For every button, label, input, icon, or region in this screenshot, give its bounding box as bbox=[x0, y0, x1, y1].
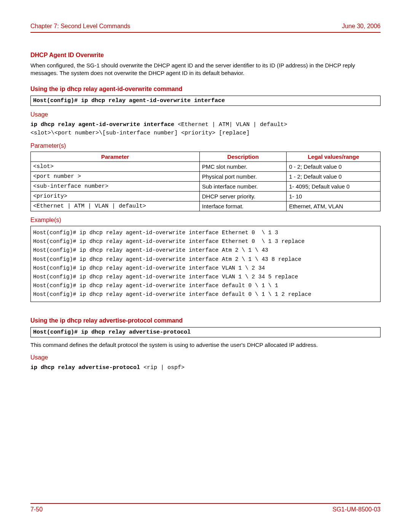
table-row: <slot> PMC slot number. 0 - 2; Default v… bbox=[31, 162, 381, 172]
param-name: <slot> bbox=[31, 162, 200, 172]
usage-rest-1b: <slot>\<port number>\[sub-interface numb… bbox=[30, 130, 250, 136]
table-row: <port number > Physical port number. 1 -… bbox=[31, 172, 381, 182]
usage-text-2: ip dhcp relay advertise-protocol <rip | … bbox=[30, 363, 381, 372]
usage-bold-1: ip dhcp relay agent-id-overwrite interfa… bbox=[30, 121, 178, 128]
param-desc: DHCP server priority. bbox=[199, 192, 287, 201]
param-name: <sub-interface number> bbox=[31, 182, 200, 192]
table-row: <priority> DHCP server priority. 1- 10 bbox=[31, 192, 381, 201]
th-legal-values: Legal values/range bbox=[287, 152, 381, 162]
param-name: <priority> bbox=[31, 192, 200, 201]
param-desc: Physical port number. bbox=[199, 172, 287, 182]
table-row: <sub-interface number> Sub interface num… bbox=[31, 182, 381, 192]
param-desc: PMC slot number. bbox=[199, 162, 287, 172]
command-box-overwrite: Host(config)# ip dhcp relay agent-id-ove… bbox=[30, 96, 381, 106]
param-name: <port number > bbox=[31, 172, 200, 182]
advertise-body: This command defines the default protoco… bbox=[30, 341, 381, 349]
table-header-row: Parameter Description Legal values/range bbox=[31, 152, 381, 162]
parameters-label: Parameter(s) bbox=[30, 142, 381, 149]
page: Chapter 7: Second Level Commands June 30… bbox=[0, 0, 411, 532]
table-row: <Ethernet | ATM | VLAN | default> Interf… bbox=[31, 201, 381, 211]
usage-bold-2: ip dhcp relay advertise-protocol bbox=[30, 364, 143, 371]
page-header: Chapter 7: Second Level Commands June 30… bbox=[30, 23, 381, 33]
subheading-advertise-cmd: Using the ip dhcp relay advertise-protoc… bbox=[30, 317, 381, 324]
examples-label: Example(s) bbox=[30, 217, 381, 224]
subheading-overwrite-cmd: Using the ip dhcp relay agent-id-overwri… bbox=[30, 86, 381, 93]
usage-rest-1a: <Ethernet | ATM| VLAN | default> bbox=[178, 121, 287, 128]
page-number: 7-50 bbox=[30, 506, 43, 513]
param-name: <Ethernet | ATM | VLAN | default> bbox=[31, 201, 200, 211]
param-range: 0 - 2; Default value 0 bbox=[287, 162, 381, 172]
usage-label-2: Usage bbox=[30, 354, 381, 361]
param-range: Ethernet, ATM, VLAN bbox=[287, 201, 381, 211]
chapter-title: Chapter 7: Second Level Commands bbox=[30, 23, 130, 30]
page-date: June 30, 2006 bbox=[342, 23, 381, 30]
param-desc: Sub interface number. bbox=[199, 182, 287, 192]
usage-text-1: ip dhcp relay agent-id-overwrite interfa… bbox=[30, 120, 381, 137]
section-body-dhcp-agent: When configured, the SG-1 should overwri… bbox=[30, 62, 381, 77]
th-parameter: Parameter bbox=[31, 152, 200, 162]
parameters-table: Parameter Description Legal values/range… bbox=[30, 152, 381, 211]
command-box-advertise: Host(config)# ip dhcp relay advertise-pr… bbox=[30, 327, 381, 337]
doc-id: SG1-UM-8500-03 bbox=[333, 506, 381, 513]
param-range: 1- 10 bbox=[287, 192, 381, 201]
th-description: Description bbox=[199, 152, 287, 162]
param-desc: Interface format. bbox=[199, 201, 287, 211]
examples-box: Host(config)# ip dhcp relay agent-id-ove… bbox=[30, 226, 381, 302]
param-range: 1 - 2; Default value 0 bbox=[287, 172, 381, 182]
page-footer: 7-50 SG1-UM-8500-03 bbox=[30, 503, 381, 513]
usage-rest-2: <rip | ospf> bbox=[143, 364, 185, 371]
section-heading-dhcp-agent: DHCP Agent ID Overwrite bbox=[30, 52, 381, 59]
param-range: 1- 4095; Default value 0 bbox=[287, 182, 381, 192]
usage-label-1: Usage bbox=[30, 111, 381, 118]
